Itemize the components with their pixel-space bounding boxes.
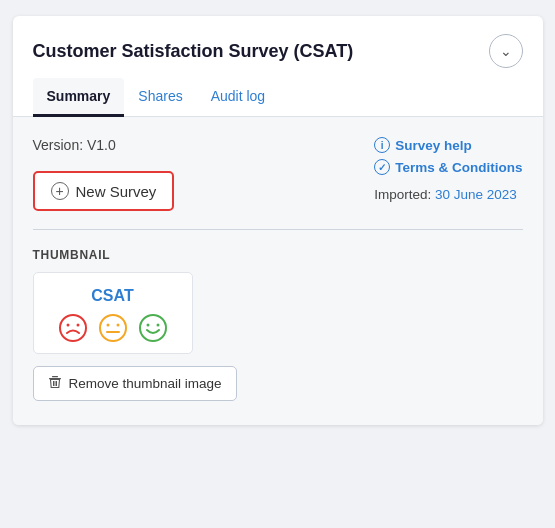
neutral-face-icon	[98, 313, 128, 343]
top-row: Version: V1.0 + New Survey i Survey help…	[33, 137, 523, 211]
svg-point-1	[66, 324, 69, 327]
new-survey-label: New Survey	[76, 183, 157, 200]
svg-point-5	[116, 324, 119, 327]
svg-point-4	[106, 324, 109, 327]
emoji-row	[58, 313, 168, 343]
sad-face-icon	[58, 313, 88, 343]
thumbnail-csat-label: CSAT	[91, 287, 133, 305]
svg-point-3	[100, 315, 126, 341]
svg-point-8	[146, 324, 149, 327]
svg-point-2	[76, 324, 79, 327]
divider	[33, 229, 523, 230]
happy-face-icon	[138, 313, 168, 343]
survey-help-link[interactable]: i Survey help	[374, 137, 472, 153]
panel-title: Customer Satisfaction Survey (CSAT)	[33, 41, 354, 62]
chevron-down-button[interactable]: ⌄	[489, 34, 523, 68]
left-column: Version: V1.0 + New Survey	[33, 137, 175, 211]
svg-point-7	[140, 315, 166, 341]
remove-thumbnail-button[interactable]: Remove thumbnail image	[33, 366, 237, 401]
tab-shares[interactable]: Shares	[124, 78, 196, 117]
imported-date-value: 30 June 2023	[435, 187, 517, 202]
svg-point-9	[156, 324, 159, 327]
content-area: Version: V1.0 + New Survey i Survey help…	[13, 117, 543, 425]
plus-circle-icon: +	[51, 182, 69, 200]
info-icon: i	[374, 137, 390, 153]
svg-point-0	[60, 315, 86, 341]
right-column: i Survey help ✓ Terms & Conditions Impor…	[374, 137, 522, 202]
chevron-down-icon: ⌄	[500, 43, 512, 59]
trash-icon	[48, 375, 62, 392]
panel-header: Customer Satisfaction Survey (CSAT) ⌄	[13, 16, 543, 78]
tab-audit-log[interactable]: Audit log	[197, 78, 279, 117]
terms-conditions-link[interactable]: ✓ Terms & Conditions	[374, 159, 522, 175]
tab-summary[interactable]: Summary	[33, 78, 125, 117]
links-column: i Survey help ✓ Terms & Conditions Impor…	[374, 137, 522, 202]
main-panel: Customer Satisfaction Survey (CSAT) ⌄ Su…	[13, 16, 543, 425]
thumbnail-section: THUMBNAIL CSAT	[33, 248, 523, 401]
tab-bar: Summary Shares Audit log	[13, 78, 543, 117]
thumbnail-card: CSAT	[33, 272, 193, 354]
version-label: Version: V1.0	[33, 137, 175, 153]
new-survey-button[interactable]: + New Survey	[33, 171, 175, 211]
svg-rect-11	[52, 376, 58, 377]
checkmark-icon: ✓	[374, 159, 390, 175]
thumbnail-heading: THUMBNAIL	[33, 248, 523, 262]
imported-date-label: Imported: 30 June 2023	[374, 187, 517, 202]
remove-thumbnail-label: Remove thumbnail image	[69, 376, 222, 391]
